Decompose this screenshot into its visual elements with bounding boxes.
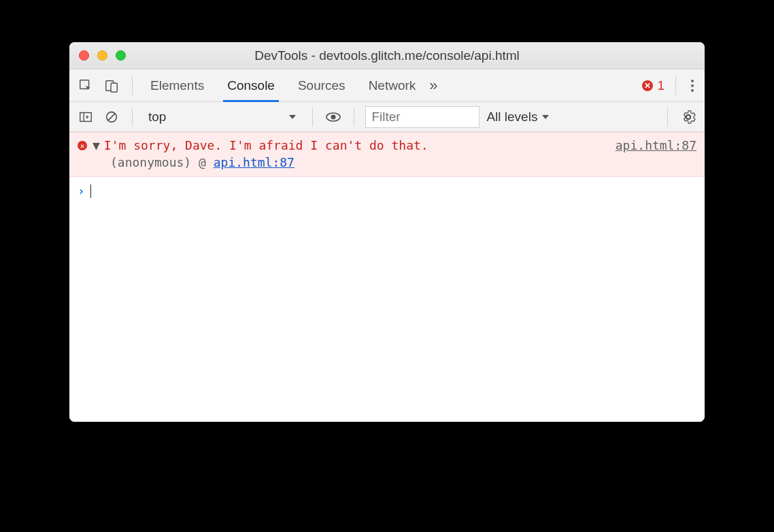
- console-body: ✕ ▼ I'm sorry, Dave. I'm afraid I can't …: [69, 132, 705, 422]
- stack-frame-label: (anonymous): [110, 155, 191, 169]
- divider: [132, 76, 133, 95]
- svg-point-10: [331, 114, 336, 119]
- svg-marker-11: [542, 115, 549, 119]
- error-count-badge[interactable]: ✕ 1: [642, 78, 664, 93]
- maximize-window-button[interactable]: [116, 50, 126, 61]
- console-settings-icon[interactable]: [679, 107, 698, 127]
- filter-input[interactable]: [365, 106, 479, 128]
- titlebar: DevTools - devtools.glitch.me/console/ap…: [69, 42, 705, 69]
- error-source-link[interactable]: api.html:87: [602, 138, 696, 152]
- chevron-down-icon: [541, 113, 550, 121]
- toggle-console-sidebar-icon[interactable]: [76, 107, 95, 127]
- prompt-chevron-icon: ›: [78, 184, 85, 198]
- svg-marker-8: [289, 115, 296, 119]
- close-window-button[interactable]: [79, 50, 89, 61]
- traffic-lights: [79, 50, 126, 61]
- divider: [132, 107, 133, 127]
- divider: [675, 76, 676, 95]
- divider: [354, 107, 354, 127]
- panel-tabs: Elements Console Sources Network: [148, 69, 418, 101]
- error-icon: ✕: [78, 141, 87, 150]
- console-prompt[interactable]: ›: [69, 177, 705, 205]
- error-icon: ✕: [642, 80, 653, 91]
- divider: [312, 107, 313, 127]
- levels-label: All levels: [486, 110, 537, 124]
- chevron-down-icon: [288, 113, 297, 121]
- svg-rect-2: [111, 83, 117, 92]
- clear-console-icon[interactable]: [102, 107, 121, 127]
- stack-trace: (anonymous) @ api.html:87: [110, 155, 696, 169]
- execution-context-select[interactable]: top: [144, 107, 301, 127]
- settings-menu-icon[interactable]: [687, 76, 698, 96]
- svg-rect-3: [80, 112, 92, 121]
- stack-at: @: [199, 155, 206, 169]
- tab-elements[interactable]: Elements: [148, 69, 207, 101]
- tab-console[interactable]: Console: [224, 69, 277, 101]
- more-tabs-icon[interactable]: »: [425, 77, 439, 95]
- console-error-entry[interactable]: ✕ ▼ I'm sorry, Dave. I'm afraid I can't …: [69, 132, 705, 177]
- context-label: top: [148, 110, 166, 124]
- disclosure-triangle-icon[interactable]: ▼: [92, 138, 100, 152]
- log-levels-select[interactable]: All levels: [486, 110, 550, 124]
- devtools-window: DevTools - devtools.glitch.me/console/ap…: [69, 42, 705, 422]
- inspect-element-icon[interactable]: [76, 76, 95, 95]
- window-title: DevTools - devtools.glitch.me/console/ap…: [69, 48, 705, 63]
- svg-marker-5: [86, 115, 89, 119]
- error-count: 1: [657, 78, 664, 93]
- console-toolbar: top All levels: [69, 102, 705, 132]
- text-cursor: [90, 184, 91, 198]
- svg-point-12: [686, 115, 690, 119]
- tab-sources[interactable]: Sources: [295, 69, 348, 101]
- toggle-device-icon[interactable]: [102, 76, 121, 95]
- main-toolbar: Elements Console Sources Network » ✕ 1: [69, 69, 705, 102]
- minimize-window-button[interactable]: [97, 50, 107, 61]
- error-message: I'm sorry, Dave. I'm afraid I can't do t…: [104, 138, 428, 152]
- divider: [667, 107, 668, 127]
- tab-network[interactable]: Network: [366, 69, 419, 101]
- svg-line-7: [108, 113, 115, 120]
- stack-frame-link[interactable]: api.html:87: [214, 155, 295, 169]
- live-expression-icon[interactable]: [324, 107, 343, 127]
